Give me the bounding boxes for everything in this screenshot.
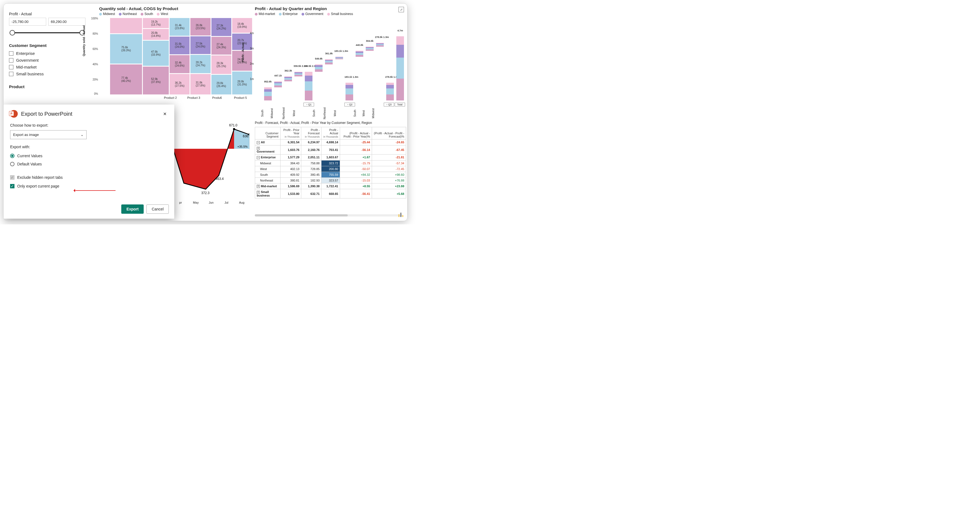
range-min-input[interactable]: -25,780.00: [9, 18, 46, 25]
export-powerpoint-dialog: Export to PowerPoint ✕ Choose how to exp…: [3, 105, 174, 219]
stacked-chart-body[interactable]: 75.6k(39.3%)77.4k(40.2%)19.2k(13.7%)20.8…: [110, 18, 252, 94]
waterfall-y-axis-label: Profit - Actual: [241, 43, 245, 62]
svg-text:372.3: 372.3: [201, 191, 210, 195]
expand-icon[interactable]: +: [257, 185, 260, 188]
close-icon[interactable]: ✕: [162, 110, 168, 118]
export-mode-select[interactable]: Export as image ⌄: [10, 130, 87, 139]
svg-text:3.7: 3.7: [176, 178, 180, 182]
line-chart-panel: 671.0 636. +35.5% 3.7 372.3 463.4 prMayJ…: [173, 118, 249, 211]
segment-checkbox[interactable]: Enterprise: [9, 50, 86, 57]
range-max-input[interactable]: 69,290.00: [48, 18, 86, 25]
profit-slicer-title: Profit - Actual: [9, 12, 86, 16]
powerpoint-icon: [10, 110, 18, 118]
waterfall-panel: ⤢ Profit - Actual by Quarter and Region …: [255, 6, 405, 115]
segment-slicer-title: Customer Segment: [9, 43, 86, 48]
segment-checkbox[interactable]: Government: [9, 57, 86, 64]
cancel-button[interactable]: Cancel: [146, 205, 169, 214]
stacked-legend: Midwest Northeast South West: [99, 12, 252, 16]
checkbox-only-current-page[interactable]: ✓Only export current page: [10, 182, 168, 191]
waterfall-legend: Mid-market Enterprise Government Small b…: [255, 12, 405, 16]
expand-icon[interactable]: −: [257, 156, 260, 159]
radio-current-values[interactable]: Current Values: [10, 152, 168, 160]
product-slicer-title: Product: [9, 84, 86, 89]
annotation-arrow: [75, 190, 116, 191]
svg-point-2: [233, 128, 235, 130]
stacked-y-axis-label: Quantity sold - Actual: [82, 25, 86, 56]
powerbi-logo-icon: [398, 212, 403, 217]
svg-text:671.0: 671.0: [229, 123, 237, 127]
line-chart[interactable]: 671.0 636. +35.5% 3.7 372.3 463.4: [173, 118, 249, 200]
export-button[interactable]: Export: [121, 205, 144, 214]
profit-table-panel: Profit - Forecast, Profit - Actual, Prof…: [255, 121, 406, 199]
dialog-title: Export to PowerPoint: [21, 111, 159, 117]
horizontal-scrollbar[interactable]: [255, 214, 402, 216]
profit-table-title: Profit - Forecast, Profit - Actual, Prof…: [255, 121, 406, 125]
checkbox-exclude-hidden: ✓Exclude hidden report tabs: [10, 173, 168, 182]
collapse-icon[interactable]: − Q1: [304, 103, 314, 106]
expand-icon[interactable]: −: [257, 141, 260, 144]
waterfall-chart-body[interactable]: 952.6k447.1k362.3k339.5k 2.1m339.5k 2.1m…: [263, 24, 405, 100]
collapse-icon[interactable]: Total: [395, 103, 405, 106]
svg-text:463.4: 463.4: [215, 177, 224, 181]
export-with-label: Export with:: [10, 145, 168, 149]
choose-export-label: Choose how to export:: [10, 123, 168, 127]
collapse-icon[interactable]: − Q3: [384, 103, 394, 106]
svg-text:636.: 636.: [243, 134, 249, 138]
chevron-down-icon: ⌄: [81, 133, 84, 137]
filter-panel: Profit - Actual -25,780.00 69,290.00 Cus…: [9, 12, 86, 91]
dashboard-container: Profit - Actual -25,780.00 69,290.00 Cus…: [3, 3, 407, 221]
svg-text:+35.5%: +35.5%: [237, 145, 248, 148]
expand-icon[interactable]: +: [257, 191, 260, 194]
radio-default-values[interactable]: Default Values: [10, 160, 168, 168]
segment-checkbox[interactable]: Small business: [9, 70, 86, 77]
expand-icon[interactable]: +: [257, 147, 260, 150]
waterfall-title: Profit - Actual by Quarter and Region: [255, 6, 405, 11]
segment-checkbox[interactable]: Mid-market: [9, 64, 86, 70]
focus-mode-icon[interactable]: ⤢: [398, 7, 404, 12]
profit-table[interactable]: Customer SegmentProfit - Prior Yearin Th…: [255, 127, 406, 199]
collapse-icon[interactable]: − Q2: [344, 103, 355, 106]
range-slider[interactable]: [9, 30, 86, 36]
slider-thumb-min[interactable]: [10, 30, 15, 35]
stacked-chart-panel: Quantity sold - Actual, COGS by Product …: [99, 6, 252, 99]
stacked-chart-title: Quantity sold - Actual, COGS by Product: [99, 6, 252, 11]
